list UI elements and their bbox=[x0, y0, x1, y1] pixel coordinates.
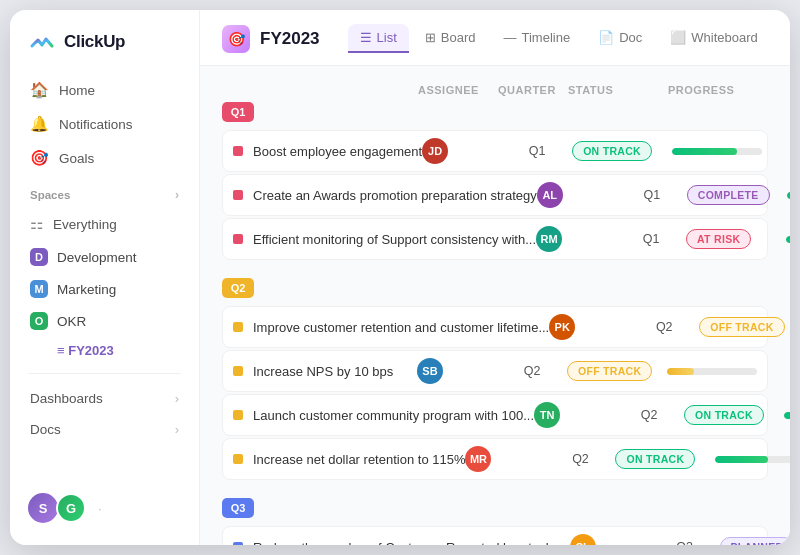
progress-cell bbox=[787, 192, 790, 199]
sidebar-nav: 🏠 Home 🔔 Notifications 🎯 Goals bbox=[10, 74, 199, 174]
sidebar-item-label: Marketing bbox=[57, 282, 116, 297]
task-name-cell: Improve customer retention and customer … bbox=[233, 320, 549, 335]
progress-bar-background bbox=[786, 236, 790, 243]
avatar-s: S bbox=[28, 493, 58, 523]
sidebar-item-docs[interactable]: Docs › bbox=[20, 415, 189, 444]
task-quarter: Q1 bbox=[617, 188, 687, 202]
task-name-text: Launch customer community program with 1… bbox=[253, 408, 534, 423]
sidebar-item-dashboards[interactable]: Dashboards › bbox=[20, 384, 189, 413]
task-color-dot bbox=[233, 454, 243, 464]
sidebar-bottom-nav: Dashboards › Docs › bbox=[10, 384, 199, 444]
bell-icon: 🔔 bbox=[30, 115, 49, 133]
logo: ClickUp bbox=[10, 28, 199, 74]
col-quarter: QUARTER bbox=[498, 84, 568, 96]
header-top: 🎯 FY2023 ☰ List ⊞ Board — Timeline bbox=[222, 24, 768, 53]
task-name-cell: Create an Awards promotion preparation s… bbox=[233, 188, 537, 203]
task-row[interactable]: Improve customer retention and customer … bbox=[222, 306, 768, 348]
sidebar-divider bbox=[28, 373, 181, 374]
tab-board[interactable]: ⊞ Board bbox=[413, 24, 488, 53]
task-row[interactable]: Efficient monitoring of Support consiste… bbox=[222, 218, 768, 260]
progress-cell bbox=[672, 148, 762, 155]
task-name-text: Reduce the number of Customer-Reported b… bbox=[253, 540, 570, 546]
task-row[interactable]: Boost employee engagementJDQ1ON TRACK bbox=[222, 130, 768, 172]
sidebar-item-everything[interactable]: ⚏ Everything bbox=[20, 208, 189, 240]
home-icon: 🏠 bbox=[30, 81, 49, 99]
col-status: STATUS bbox=[568, 84, 668, 96]
sidebar-item-home[interactable]: 🏠 Home bbox=[20, 74, 189, 106]
sidebar-item-fy2023[interactable]: ≡ FY2023 bbox=[20, 338, 189, 363]
tab-board-label: Board bbox=[441, 30, 476, 45]
assignee-avatar: RM bbox=[536, 226, 562, 252]
tab-timeline-label: Timeline bbox=[521, 30, 570, 45]
header-tabs: ☰ List ⊞ Board — Timeline 📄 Doc bbox=[348, 24, 770, 53]
tab-timeline[interactable]: — Timeline bbox=[491, 24, 582, 53]
column-headers: ASSIGNEE QUARTER STATUS PROGRESS bbox=[222, 84, 768, 102]
dashboards-arrow-icon: › bbox=[175, 391, 179, 406]
tab-list-label: List bbox=[377, 30, 397, 45]
spaces-nav: ⚏ Everything D Development M Marketing O… bbox=[10, 208, 199, 363]
sidebar-item-marketing[interactable]: M Marketing bbox=[20, 274, 189, 304]
status-badge: PLANNED bbox=[720, 537, 791, 545]
progress-bar-fill bbox=[672, 148, 737, 155]
grid-icon: ⚏ bbox=[30, 215, 43, 233]
task-name-cell: Increase net dollar retention to 115% bbox=[233, 452, 465, 467]
sidebar-item-okr[interactable]: O OKR bbox=[20, 306, 189, 336]
task-row[interactable]: Increase NPS by 10 bpsSBQ2OFF TRACK bbox=[222, 350, 768, 392]
dashboards-label: Dashboards bbox=[30, 391, 103, 406]
sidebar-item-development[interactable]: D Development bbox=[20, 242, 189, 272]
task-quarter: Q3 bbox=[650, 540, 720, 545]
dev-dot: D bbox=[30, 248, 48, 266]
task-name-text: Boost employee engagement bbox=[253, 144, 422, 159]
sidebar-item-label: Development bbox=[57, 250, 137, 265]
docs-label: Docs bbox=[30, 422, 61, 437]
quarter-q1: Q1Boost employee engagementJDQ1ON TRACKC… bbox=[222, 102, 768, 260]
assignee-avatar: PK bbox=[549, 314, 575, 340]
spaces-section-header: Spaces › bbox=[10, 174, 199, 208]
task-quarter: Q1 bbox=[616, 232, 686, 246]
assignee-avatar: MR bbox=[465, 446, 491, 472]
tab-whiteboard[interactable]: ⬜ Whiteboard bbox=[658, 24, 769, 53]
docs-arrow-icon: › bbox=[175, 422, 179, 437]
mkt-dot: M bbox=[30, 280, 48, 298]
okr-dot: O bbox=[30, 312, 48, 330]
tab-doc[interactable]: 📄 Doc bbox=[586, 24, 654, 53]
status-badge: COMPLETE bbox=[687, 185, 770, 205]
assignee-avatar: SB bbox=[417, 358, 443, 384]
quarters-container: Q1Boost employee engagementJDQ1ON TRACKC… bbox=[222, 102, 768, 545]
timeline-icon: — bbox=[503, 30, 516, 45]
progress-bar-fill bbox=[786, 236, 790, 243]
task-name-text: Improve customer retention and customer … bbox=[253, 320, 549, 335]
task-color-dot bbox=[233, 146, 243, 156]
sidebar-item-notifications[interactable]: 🔔 Notifications bbox=[20, 108, 189, 140]
table-area[interactable]: ASSIGNEE QUARTER STATUS PROGRESS Q1Boost… bbox=[200, 66, 790, 545]
col-task bbox=[260, 84, 418, 96]
tab-list[interactable]: ☰ List bbox=[348, 24, 409, 53]
task-row[interactable]: Launch customer community program with 1… bbox=[222, 394, 768, 436]
fy2023-label: ≡ FY2023 bbox=[57, 343, 114, 358]
sidebar-item-goals[interactable]: 🎯 Goals bbox=[20, 142, 189, 174]
whiteboard-icon: ⬜ bbox=[670, 30, 686, 45]
task-row[interactable]: Create an Awards promotion preparation s… bbox=[222, 174, 768, 216]
quarter-label-q1: Q1 bbox=[222, 102, 254, 122]
progress-cell bbox=[786, 236, 790, 243]
sidebar-item-label: OKR bbox=[57, 314, 86, 329]
list-icon: ☰ bbox=[360, 30, 372, 45]
avatar-g: G bbox=[56, 493, 86, 523]
sidebar-user-area: S G · bbox=[10, 483, 199, 533]
task-row[interactable]: Increase net dollar retention to 115%MRQ… bbox=[222, 438, 768, 480]
task-row[interactable]: Reduce the number of Customer-Reported b… bbox=[222, 526, 768, 545]
sidebar-item-label: Goals bbox=[59, 151, 94, 166]
progress-cell bbox=[784, 412, 790, 419]
quarter-q2: Q2Improve customer retention and custome… bbox=[222, 278, 768, 480]
task-color-dot bbox=[233, 410, 243, 420]
task-name-text: Create an Awards promotion preparation s… bbox=[253, 188, 537, 203]
main-content: 🎯 FY2023 ☰ List ⊞ Board — Timeline bbox=[200, 10, 790, 545]
status-badge: OFF TRACK bbox=[567, 361, 652, 381]
task-name-cell: Efficient monitoring of Support consiste… bbox=[233, 232, 536, 247]
task-quarter: Q2 bbox=[614, 408, 684, 422]
tab-whiteboard-label: Whiteboard bbox=[691, 30, 757, 45]
task-color-dot bbox=[233, 542, 243, 545]
progress-bar-fill bbox=[784, 412, 790, 419]
task-name-cell: Increase NPS by 10 bps bbox=[233, 364, 417, 379]
avatar-dots: · bbox=[98, 501, 102, 516]
